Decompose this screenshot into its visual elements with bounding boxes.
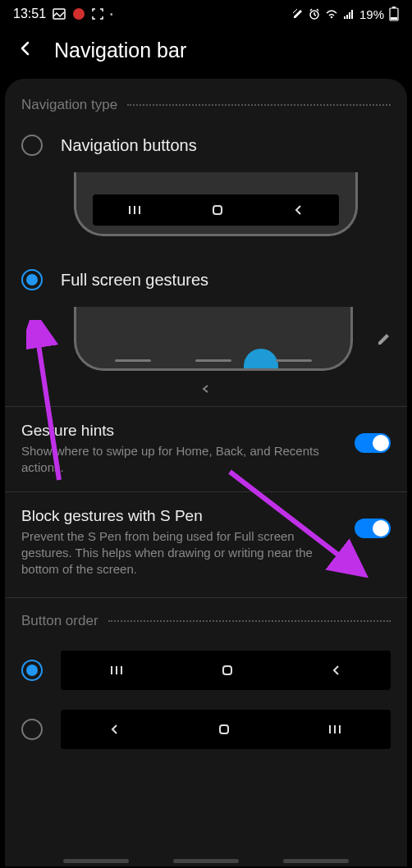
radio-unselected[interactable]	[21, 719, 43, 740]
alarm-icon	[309, 8, 320, 20]
svg-rect-14	[392, 7, 396, 8]
status-time: 13:51	[13, 7, 46, 21]
button-order-option-2[interactable]	[5, 700, 407, 759]
gesture-hints-toggle[interactable]	[355, 433, 391, 453]
recents-icon	[109, 665, 124, 676]
page-header: Navigation bar	[0, 25, 412, 79]
gesture-thumb-icon	[244, 349, 278, 368]
section-label: Navigation type	[21, 97, 117, 113]
svg-rect-11	[349, 12, 350, 19]
back-button[interactable]	[10, 36, 41, 64]
page-title: Navigation bar	[54, 39, 186, 62]
setting-desc: Prevent the S Pen from being used for Fu…	[21, 528, 341, 578]
svg-point-8	[331, 16, 333, 19]
block-spen-row[interactable]: Block gestures with S Pen Prevent the S …	[5, 492, 407, 593]
section-divider	[108, 620, 391, 622]
gallery-icon	[53, 7, 66, 21]
dot-icon: •	[110, 10, 113, 19]
back-nav-icon	[331, 665, 342, 676]
pen-icon	[292, 8, 304, 20]
nav-buttons-option[interactable]: Navigation buttons	[5, 125, 407, 166]
recents-icon	[127, 204, 142, 216]
system-gesture-hints	[0, 859, 412, 863]
full-screen-gestures-option[interactable]: Full screen gestures	[5, 259, 407, 300]
signal-icon	[343, 8, 355, 20]
app-icon	[72, 7, 85, 21]
battery-icon	[389, 7, 399, 21]
svg-line-2	[293, 9, 297, 13]
svg-rect-12	[351, 10, 353, 19]
gesture-preview	[74, 307, 353, 371]
button-order-preview	[61, 651, 391, 690]
radio-selected[interactable]	[21, 660, 43, 681]
back-nav-icon	[109, 724, 121, 735]
option-label: Navigation buttons	[61, 136, 197, 155]
svg-line-5	[314, 15, 316, 16]
gesture-hints-row[interactable]: Gesture hints Show where to swipe up for…	[5, 407, 407, 491]
button-order-preview	[61, 710, 391, 749]
radio-unselected[interactable]	[21, 135, 43, 156]
setting-title: Gesture hints	[21, 422, 341, 440]
svg-rect-23	[223, 666, 231, 674]
scan-icon	[92, 8, 103, 20]
status-bar: 13:51 • 19%	[0, 0, 412, 25]
option-label: Full screen gestures	[61, 271, 208, 290]
wifi-icon	[325, 8, 338, 20]
nav-buttons-preview	[74, 172, 358, 236]
back-nav-icon	[293, 204, 304, 216]
block-spen-toggle[interactable]	[355, 519, 391, 538]
svg-rect-10	[346, 15, 348, 19]
section-label: Button order	[21, 613, 98, 629]
svg-rect-9	[344, 16, 346, 19]
home-icon	[217, 723, 231, 736]
home-icon	[211, 203, 224, 217]
edit-button[interactable]	[369, 324, 399, 354]
svg-line-6	[310, 9, 312, 11]
section-nav-type: Navigation type	[5, 97, 407, 125]
home-icon	[221, 664, 234, 677]
svg-rect-19	[213, 206, 222, 214]
setting-title: Block gestures with S Pen	[21, 507, 341, 525]
setting-desc: Show where to swipe up for Home, Back, a…	[21, 443, 341, 477]
battery-percent: 19%	[359, 7, 384, 21]
button-order-option-1[interactable]	[5, 641, 407, 700]
section-divider	[127, 104, 391, 106]
content-card: Navigation type Navigation buttons Full …	[5, 79, 407, 866]
expand-chevron[interactable]	[5, 377, 407, 406]
svg-point-1	[73, 8, 85, 20]
svg-rect-24	[220, 725, 228, 733]
radio-selected[interactable]	[21, 269, 43, 290]
section-button-order: Button order	[5, 598, 407, 641]
svg-rect-15	[391, 17, 397, 20]
recents-icon	[327, 724, 342, 735]
svg-line-7	[317, 9, 318, 11]
